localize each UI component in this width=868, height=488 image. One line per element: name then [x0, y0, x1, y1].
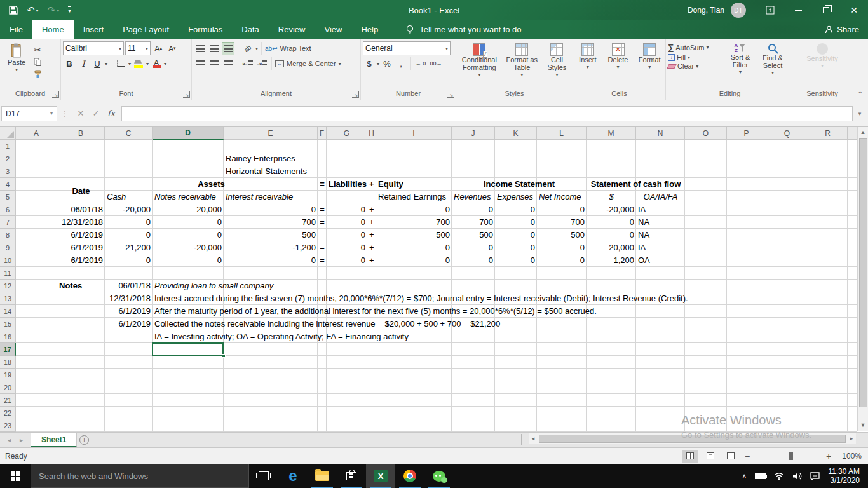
cell-L16[interactable] — [537, 330, 587, 343]
sheet-nav-right-icon[interactable]: ▸ — [20, 437, 23, 444]
share-button[interactable]: Share — [825, 20, 859, 39]
cell-value-I10[interactable]: 0 — [376, 254, 452, 267]
cell-H18[interactable] — [367, 356, 376, 369]
cell-E1[interactable] — [224, 140, 318, 152]
start-button[interactable] — [0, 464, 31, 488]
cell-Q5[interactable] — [766, 191, 808, 203]
align-center-icon[interactable] — [208, 57, 220, 71]
cell-F18[interactable] — [318, 356, 327, 369]
cell-G23[interactable] — [327, 419, 367, 432]
cell-value-G7[interactable]: 0 — [327, 216, 367, 229]
cell-value-F4[interactable]: = — [318, 178, 327, 191]
cell-Q16[interactable] — [766, 330, 808, 343]
cell-C2[interactable] — [105, 152, 153, 165]
cell-M18[interactable] — [587, 356, 636, 369]
new-sheet-button[interactable]: + — [77, 433, 91, 447]
cell-partial-3[interactable] — [848, 165, 857, 178]
cell-G12[interactable] — [327, 280, 367, 292]
cell-J11[interactable] — [452, 267, 495, 280]
fill-button[interactable]: ↓Fill▾ — [668, 53, 724, 61]
cell-A8[interactable] — [16, 229, 57, 241]
cell-value-J6[interactable]: 0 — [452, 203, 495, 216]
cell-Q4[interactable] — [766, 178, 808, 191]
cell-G18[interactable] — [327, 356, 367, 369]
cell-G21[interactable] — [327, 394, 367, 407]
cell-D1[interactable] — [153, 140, 224, 152]
cell-F17[interactable] — [318, 343, 327, 356]
cell-N15[interactable] — [636, 318, 685, 330]
show-desktop-button[interactable] — [865, 464, 868, 488]
cell-H2[interactable] — [367, 152, 376, 165]
cell-styles-button[interactable]: Cell Styles▾ — [543, 41, 571, 89]
cell-Q11[interactable] — [766, 267, 808, 280]
cell-value-B10[interactable]: 6/1/2019 — [57, 254, 105, 267]
zoom-out-button[interactable]: − — [743, 451, 751, 461]
scroll-right-icon[interactable]: ▸ — [847, 433, 856, 444]
cell-H19[interactable] — [367, 369, 376, 381]
cell-H1[interactable] — [367, 140, 376, 152]
cell-L3[interactable] — [537, 165, 587, 178]
cell-A6[interactable] — [16, 203, 57, 216]
cell-value-B9[interactable]: 6/1/2019 — [57, 241, 105, 254]
cell-value-D14[interactable]: After the maturity period of 1 year, the… — [153, 305, 224, 318]
cell-M22[interactable] — [587, 407, 636, 419]
cell-A3[interactable] — [16, 165, 57, 178]
cell-R5[interactable] — [808, 191, 848, 203]
cell-C20[interactable] — [105, 381, 153, 394]
cell-H5[interactable] — [367, 191, 376, 203]
cell-A21[interactable] — [16, 394, 57, 407]
cancel-icon[interactable]: ✕ — [73, 109, 88, 118]
cell-B21[interactable] — [57, 394, 105, 407]
cell-P10[interactable] — [727, 254, 766, 267]
cell-value-E5[interactable]: Interest receivable — [224, 191, 318, 203]
undo-dropdown-icon[interactable]: ▾ — [36, 8, 39, 13]
cell-P5[interactable] — [727, 191, 766, 203]
column-header-M[interactable]: M — [587, 127, 636, 140]
row-header-22[interactable]: 22 — [0, 407, 16, 419]
cell-O18[interactable] — [685, 356, 727, 369]
cell-O23[interactable] — [685, 419, 727, 432]
cell-K20[interactable] — [495, 381, 537, 394]
accounting-format-icon[interactable]: $ — [363, 57, 376, 71]
cell-value-E3[interactable]: Horizontal Statements — [224, 165, 318, 178]
cell-value-J7[interactable]: 700 — [452, 216, 495, 229]
format-cells-button[interactable]: Format▾ — [635, 41, 663, 89]
cell-B22[interactable] — [57, 407, 105, 419]
cell-E18[interactable] — [224, 356, 318, 369]
cell-H22[interactable] — [367, 407, 376, 419]
font-name-combo[interactable]: Calibri▾ — [63, 41, 124, 55]
cell-K15[interactable] — [495, 318, 537, 330]
cell-M16[interactable] — [587, 330, 636, 343]
cell-B23[interactable] — [57, 419, 105, 432]
cell-A13[interactable] — [16, 292, 57, 305]
cell-value-N9[interactable]: IA — [636, 241, 685, 254]
cell-A11[interactable] — [16, 267, 57, 280]
task-view-button[interactable] — [249, 464, 278, 488]
row-header-17[interactable]: 17 — [0, 343, 16, 356]
cell-C11[interactable] — [105, 267, 153, 280]
cell-R15[interactable] — [808, 318, 848, 330]
scroll-up-icon[interactable]: ▲ — [858, 127, 868, 138]
cell-F3[interactable] — [318, 165, 327, 178]
close-button[interactable]: ✕ — [840, 0, 868, 20]
cell-P17[interactable] — [727, 343, 766, 356]
cell-C23[interactable] — [105, 419, 153, 432]
cell-B1[interactable] — [57, 140, 105, 152]
column-header-A[interactable]: A — [16, 127, 57, 140]
cell-E17[interactable] — [224, 343, 318, 356]
cell-K18[interactable] — [495, 356, 537, 369]
cell-I3[interactable] — [376, 165, 452, 178]
cell-N20[interactable] — [636, 381, 685, 394]
cell-value-E9[interactable]: -1,200 — [224, 241, 318, 254]
cell-G11[interactable] — [327, 267, 367, 280]
column-header-C[interactable]: C — [105, 127, 153, 140]
cell-B13[interactable] — [57, 292, 105, 305]
cell-R1[interactable] — [808, 140, 848, 152]
cell-J2[interactable] — [452, 152, 495, 165]
merge-center-button[interactable]: ↔ Merge & Center▾ — [275, 57, 341, 71]
cell-G19[interactable] — [327, 369, 367, 381]
cell-F22[interactable] — [318, 407, 327, 419]
column-header-R[interactable]: R — [808, 127, 848, 140]
cell-value-C9[interactable]: 21,200 — [105, 241, 153, 254]
cell-E23[interactable] — [224, 419, 318, 432]
